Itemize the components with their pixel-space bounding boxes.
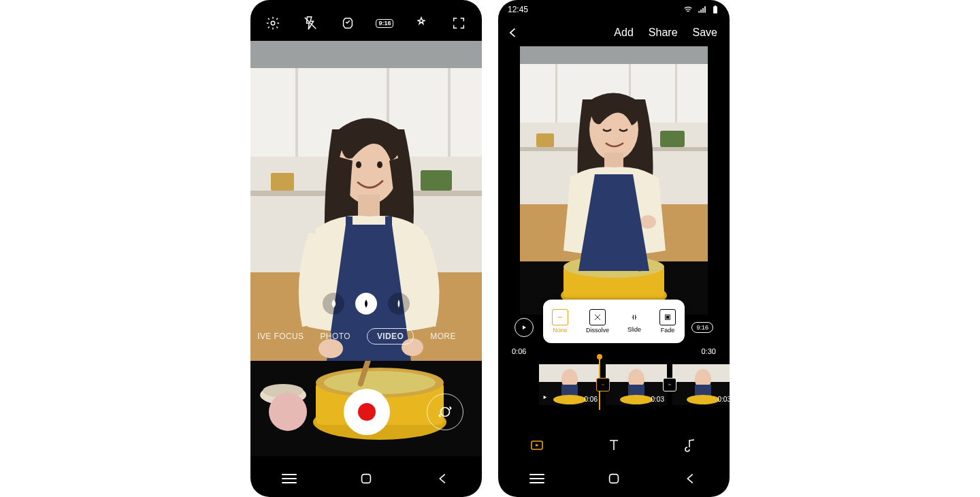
switch-camera-button[interactable] [427,394,463,430]
svg-rect-38 [675,64,677,123]
nav-home-icon[interactable] [606,471,621,486]
clip-thumbnail[interactable]: 0:03 [672,364,730,405]
clip-thumbnail[interactable]: 0:03 [606,364,667,405]
settings-icon[interactable] [263,14,282,33]
svg-rect-67 [668,385,671,385]
svg-rect-10 [421,170,452,191]
svg-rect-32 [713,6,717,13]
transition-dissolve[interactable]: Dissolve [586,309,609,334]
aspect-ratio-button[interactable]: 9:16 [376,19,393,28]
svg-rect-74 [610,475,619,483]
svg-rect-41 [536,133,554,147]
svg-rect-36 [555,64,557,123]
zoom-selector [250,293,482,315]
svg-rect-61 [602,385,604,385]
nav-recents-icon[interactable] [282,474,297,483]
svg-rect-9 [271,173,294,191]
svg-rect-24 [346,217,353,244]
clip-duration: 0:03 [718,396,730,403]
svg-rect-4 [295,68,298,157]
wifi-icon [683,5,693,14]
android-nav-bar [250,466,482,492]
clip-duration: 0:03 [651,396,664,403]
svg-point-60 [553,395,586,404]
svg-point-66 [620,395,653,404]
svg-rect-42 [660,131,685,147]
status-time: 12:45 [508,5,528,14]
svg-rect-21 [358,195,380,218]
zoom-normal-button[interactable] [355,293,377,315]
transition-slide[interactable]: Slide [627,310,642,333]
gallery-thumbnail-button[interactable] [269,393,307,431]
transition-fade[interactable]: Fade [659,309,676,334]
record-button[interactable] [344,389,390,435]
battery-icon [710,5,720,14]
svg-point-23 [377,161,382,168]
nav-back-icon[interactable] [436,471,451,486]
mode-photo[interactable]: PHOTO [320,332,350,341]
transition-none[interactable]: None [552,309,568,334]
svg-point-22 [356,161,361,168]
video-preview[interactable] [520,46,708,315]
clip-strip[interactable]: 0:06 0:03 0:03 [498,361,730,408]
filters-icon[interactable] [412,14,431,33]
super-steady-icon[interactable] [338,14,357,33]
save-button[interactable]: Save [693,27,717,39]
tab-music-icon[interactable] [683,437,699,456]
editor-top-bar: Add Share Save [498,19,730,46]
nav-recents-icon[interactable] [529,474,544,483]
signal-icon [697,5,706,14]
expand-icon[interactable] [449,14,468,33]
svg-rect-33 [715,5,716,7]
mode-more[interactable]: MORE [430,332,456,341]
play-button[interactable] [514,318,534,337]
time-current: 0:06 [512,347,526,355]
time-total: 0:30 [702,347,716,355]
share-button[interactable]: Share [649,27,678,39]
android-nav-bar [498,466,730,492]
shutter-row [250,381,482,443]
clip-duration: 0:06 [585,396,598,403]
transition-marker[interactable] [596,378,610,391]
camera-top-toolbar: 9:16 [250,7,482,39]
svg-rect-6 [448,68,451,157]
svg-point-30 [441,408,450,417]
nav-back-icon[interactable] [683,471,698,486]
svg-rect-25 [385,217,392,244]
timeline-time-row: 0:06 0:30 [512,347,716,355]
tab-text-icon[interactable] [606,437,622,456]
aspect-button[interactable]: 9:16 [691,322,713,333]
svg-point-72 [687,395,719,404]
clip-thumbnail[interactable]: 0:06 [539,364,600,405]
back-button[interactable] [498,26,528,39]
flash-off-icon[interactable] [301,14,320,33]
svg-rect-31 [362,475,371,483]
mode-live-focus[interactable]: IVE FOCUS [257,332,304,341]
camera-mode-row[interactable]: IVE FOCUS PHOTO VIDEO MORE [250,328,482,344]
zoom-wide-button[interactable] [323,293,344,315]
svg-point-52 [640,215,656,229]
tab-clips-icon[interactable] [529,437,545,456]
camera-app-screen: 9:16 IVE FOCUS PHOTO VIDEO MORE [250,0,482,497]
nav-home-icon[interactable] [359,471,374,486]
editor-bottom-tabs [498,432,730,462]
svg-point-28 [272,21,276,25]
status-bar: 12:45 [508,3,720,16]
add-button[interactable]: Add [614,27,633,39]
video-editor-screen: 12:45 Add Share Save [498,0,730,497]
zoom-tele-button[interactable] [388,293,410,315]
transition-popup: None Dissolve Slide Fade [543,300,685,343]
play-icon [542,391,548,403]
mode-video[interactable]: VIDEO [367,328,414,344]
transition-marker[interactable] [663,378,676,391]
svg-rect-55 [666,316,669,319]
